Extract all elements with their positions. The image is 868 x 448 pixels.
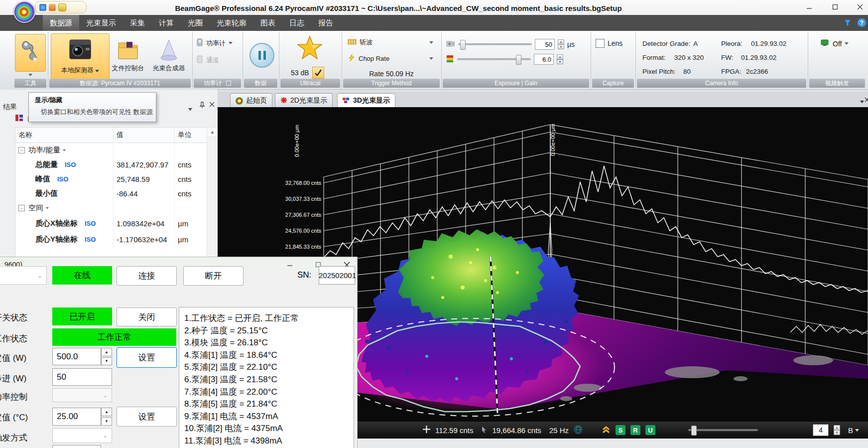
table-row[interactable]: 峰值ISO 25,748.59cnts	[15, 172, 207, 186]
u-badge[interactable]: U	[645, 425, 655, 435]
col-value[interactable]: 值	[114, 128, 175, 143]
tools-button[interactable]	[15, 34, 46, 72]
sn-field[interactable]: 202502001	[319, 266, 355, 285]
ultracal-db-control[interactable]: 53 dB	[291, 67, 324, 79]
tool-shortcut-icon[interactable]	[49, 4, 56, 11]
globe-icon[interactable]	[574, 425, 583, 436]
frame-spinner[interactable]: ▲▼	[834, 425, 840, 435]
app-shortcut-icon[interactable]	[58, 3, 66, 11]
exposure-row: 50 ▲▼ µs	[446, 39, 588, 50]
tab-report[interactable]: 报告	[311, 15, 340, 31]
power-set-button[interactable]: 设置	[117, 347, 177, 368]
local-detector-button[interactable]: 本地探测器	[51, 33, 110, 79]
gain-value[interactable]: 6.0	[534, 54, 554, 65]
exposure-value[interactable]: 50	[535, 39, 555, 50]
temp-set-button[interactable]: 设置	[117, 407, 177, 427]
beam-maker-button[interactable]: 光束合成器	[146, 33, 191, 79]
dialog-launcher-icon[interactable]	[226, 81, 231, 86]
tab-beam-profile[interactable]: 光束轮廓	[210, 15, 253, 31]
table-group-row[interactable]: −空间	[15, 201, 207, 215]
chevrons-up-icon[interactable]	[602, 425, 611, 436]
frame-number-field[interactable]: 4	[813, 424, 829, 436]
group-label-camera-info: Camera Info	[637, 79, 806, 88]
power-setpoint-spinner[interactable]: ▲▼	[101, 348, 112, 365]
tab-2d-beam-display[interactable]: 2D光束显示	[275, 93, 333, 108]
group-label-video-trigger: 视频触发	[809, 79, 865, 88]
trigger-mode-dropdown[interactable]: ⌄	[52, 428, 112, 443]
minimize-button[interactable]	[801, 2, 818, 12]
table-row[interactable]: 质心X轴坐标ISO 1.098342e+04µm	[15, 215, 207, 231]
folder-icon	[117, 38, 139, 64]
tooltip-title: 显示/隐藏	[35, 96, 63, 105]
col-unit[interactable]: 单位	[175, 128, 207, 143]
tab-aperture[interactable]: 光圈	[181, 15, 210, 31]
r-badge[interactable]: R	[630, 425, 640, 435]
filter-icon[interactable]	[844, 19, 852, 29]
chop-rate-select[interactable]: Chop Rate	[348, 54, 435, 63]
ultracal-star-button[interactable]	[297, 35, 323, 63]
pause-button[interactable]	[249, 43, 274, 68]
collapse-minus-icon[interactable]: −	[18, 205, 25, 211]
port-combobox[interactable]: ⌄	[0, 266, 47, 285]
table-group-row[interactable]: −功率/能量	[15, 143, 207, 157]
temp-setpoint-spinner[interactable]: ▲▼	[101, 408, 112, 426]
lens-control[interactable]: Lens	[596, 39, 622, 48]
tab-capture[interactable]: 采集	[123, 15, 152, 31]
tab-3d-beam-display[interactable]: 3D光束显示	[337, 93, 395, 108]
gain-slider[interactable]	[457, 58, 531, 60]
panel-close-icon[interactable]	[209, 102, 215, 109]
tab-close-icon[interactable]	[865, 95, 868, 104]
chop-select[interactable]: 斩波	[348, 38, 435, 47]
video-trigger-control[interactable]: Off	[821, 39, 849, 48]
step-field[interactable]: 50	[52, 368, 112, 386]
gain-spinner[interactable]: ▲▼	[557, 54, 563, 64]
tab-charts[interactable]: 图表	[253, 15, 282, 31]
lens-checkbox[interactable]	[596, 39, 605, 48]
dialog-minimize-button[interactable]	[281, 258, 298, 271]
exposure-spinner[interactable]: ▲▼	[558, 39, 564, 49]
collapse-minus-icon[interactable]: −	[18, 147, 25, 153]
power-meter-item[interactable]: 功率计	[196, 38, 233, 48]
title-bar: BeamGage® Professional 6.24 PyrocamIV #2…	[0, 0, 868, 15]
tab-log[interactable]: 日志	[282, 15, 311, 31]
laser-off-button[interactable]: 关闭	[117, 307, 177, 326]
tab-overflow-icon[interactable]	[860, 96, 864, 105]
y-axis-label: 0.00e+00 µm	[550, 124, 556, 156]
step-label: 步进 (W)	[0, 373, 49, 384]
tab-beam-display[interactable]: 光束显示	[79, 15, 123, 31]
view-zoom-slider[interactable]	[688, 429, 758, 431]
tools-dropdown-caret[interactable]	[28, 74, 32, 76]
log-line: 1.工作状态 = 已开启, 工作正常	[184, 312, 354, 325]
help-circle-icon[interactable]: ?	[858, 18, 866, 27]
connect-button[interactable]: 连接	[117, 266, 177, 286]
ultracal-checkbox[interactable]	[312, 67, 324, 79]
col-name[interactable]: 名称	[15, 128, 114, 143]
pin-icon[interactable]	[199, 102, 205, 110]
document-tab-strip: 起始页 2D光束显示 3D光束显示	[218, 91, 868, 108]
panel-collapse-icon[interactable]	[188, 104, 192, 113]
table-row[interactable]: 质心Y轴坐标ISO -1.170632e+04µm	[15, 231, 207, 247]
table-row[interactable]: 最小值 -86.44cnts	[15, 186, 207, 201]
disconnect-button[interactable]: 断开	[183, 266, 244, 286]
power-control-dropdown[interactable]: ⌄	[52, 388, 112, 402]
tab-compute[interactable]: 计算	[152, 15, 181, 31]
frame-rate: 25 Hz	[549, 426, 569, 435]
power-control-label: 功率控制	[0, 391, 49, 403]
s-badge[interactable]: S	[616, 425, 625, 435]
online-indicator: 在线	[52, 266, 112, 285]
power-setpoint-field[interactable]: 500.0	[52, 348, 101, 365]
close-button[interactable]	[852, 2, 868, 12]
file-console-button[interactable]: 文件控制台	[110, 33, 146, 79]
laser-status-log[interactable]: 1.工作状态 = 已开启, 工作正常 2.种子 温度 = 25.15°C 3.模…	[179, 307, 354, 448]
tab-data-source[interactable]: 数据源	[43, 15, 79, 31]
log-line: 5.泵浦[2] 温度 = 22.10°C	[184, 361, 354, 374]
scrollbar-up-icon[interactable]: ▲	[207, 128, 218, 137]
temp-setpoint-field[interactable]: 25.00	[52, 408, 101, 426]
buffer-select[interactable]: B	[848, 426, 859, 435]
exposure-slider[interactable]	[458, 43, 532, 45]
tab-start-page[interactable]: 起始页	[230, 93, 272, 108]
pleora-value: 01.29.93.02	[751, 40, 786, 47]
help-icon[interactable]	[39, 4, 46, 11]
maximize-button[interactable]	[827, 2, 844, 12]
table-row[interactable]: 总能量ISO 381,472,907.97cnts	[15, 157, 207, 172]
